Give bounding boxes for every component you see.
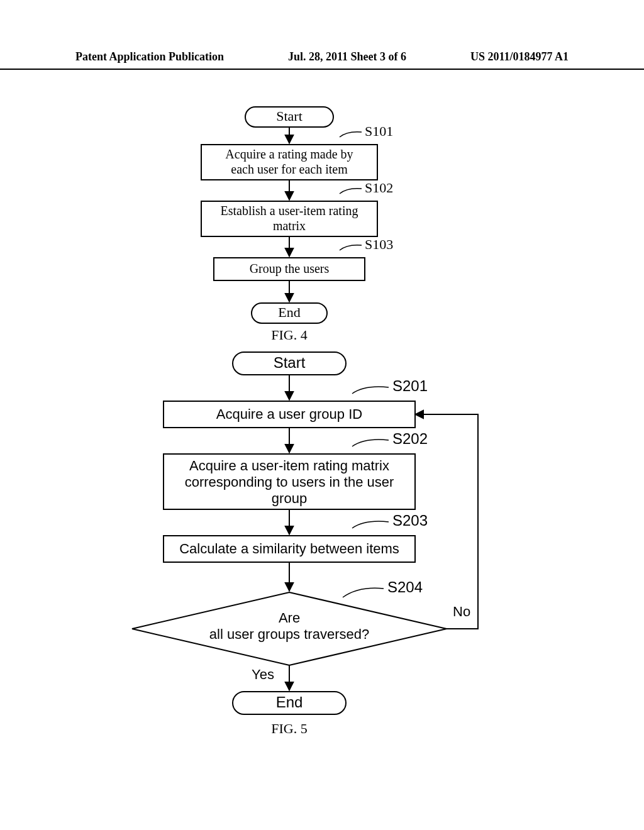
fig4-start: Start: [245, 107, 333, 127]
diagram-area: Start S101 Acquire a rating made by each…: [0, 94, 644, 830]
fig5-caption: FIG. 5: [271, 721, 307, 736]
s202-line2: corresponding to users in the user: [185, 474, 394, 490]
yes-label: Yes: [252, 667, 274, 682]
fig4-start-text: Start: [276, 108, 303, 124]
label-s203: S203: [392, 512, 428, 529]
label-s204: S204: [387, 578, 423, 595]
s203-line1: Calculate a similarity between items: [179, 541, 399, 556]
label-s101: S101: [365, 123, 393, 139]
fig5-start: Start: [233, 352, 346, 375]
s204-line1: Are: [279, 610, 300, 626]
leader-s204: [343, 588, 384, 597]
fig4-end: End: [252, 303, 327, 323]
fig5-end: End: [233, 692, 346, 714]
header-center: Jul. 28, 2011 Sheet 3 of 6: [288, 50, 406, 64]
leader-s103: [340, 245, 362, 250]
page-header: Patent Application Publication Jul. 28, …: [0, 50, 644, 70]
fig4-caption: FIG. 4: [271, 327, 307, 343]
s201-line1: Acquire a user group ID: [216, 406, 362, 422]
s102-line1: Establish a user-item rating: [221, 204, 358, 218]
box-s102: Establish a user-item rating matrix: [201, 201, 377, 236]
label-s103: S103: [365, 236, 393, 252]
fig4-end-text: End: [278, 304, 300, 320]
s101-line1: Acquire a rating made by: [225, 147, 353, 162]
leader-s203: [352, 521, 389, 528]
s101-line2: each user for each item: [231, 162, 348, 176]
label-s201: S201: [392, 377, 428, 394]
diamond-s204: Are all user groups traversed?: [132, 592, 447, 665]
fig4: Start S101 Acquire a rating made by each…: [201, 107, 393, 343]
box-s103: Group the users: [214, 258, 365, 280]
leader-s102: [340, 189, 362, 194]
header-left: Patent Application Publication: [75, 50, 224, 64]
s103-line1: Group the users: [250, 262, 330, 276]
box-s202: Acquire a user-item rating matrix corres…: [164, 454, 415, 509]
leader-s202: [352, 440, 389, 446]
flowchart-svg: Start S101 Acquire a rating made by each…: [0, 94, 644, 830]
fig5-start-text: Start: [274, 354, 306, 371]
fig5: Start S201 Acquire a user group ID S202 …: [132, 352, 478, 736]
box-s101: Acquire a rating made by each user for e…: [201, 145, 377, 180]
s202-line1: Acquire a user-item rating matrix: [189, 458, 389, 473]
s102-line2: matrix: [273, 219, 306, 233]
s202-line3: group: [272, 490, 307, 506]
leader-s101: [340, 132, 362, 137]
box-s203: Calculate a similarity between items: [164, 536, 415, 562]
label-s102: S102: [365, 180, 393, 196]
fig5-end-text: End: [276, 694, 303, 711]
header-right: US 2011/0184977 A1: [470, 50, 569, 64]
box-s201: Acquire a user group ID: [164, 401, 415, 428]
leader-s201: [352, 387, 389, 394]
s204-line2: all user groups traversed?: [209, 626, 369, 642]
no-label: No: [453, 604, 470, 619]
label-s202: S202: [392, 430, 428, 447]
